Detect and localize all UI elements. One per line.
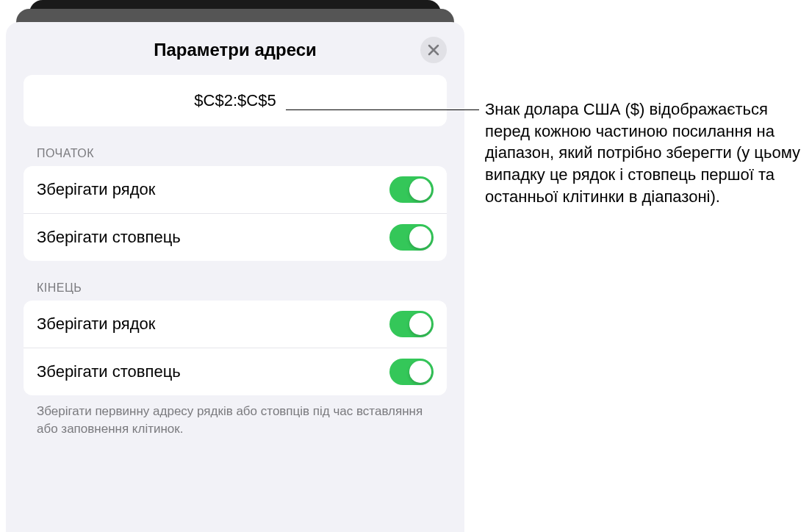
end-settings-group: Зберігати рядок Зберігати стовпець <box>24 301 447 395</box>
toggle-knob <box>409 313 431 335</box>
start-preserve-column: Зберігати стовпець <box>24 214 447 261</box>
toggle-knob <box>409 226 431 248</box>
close-button[interactable] <box>420 37 447 63</box>
start-settings-group: Зберігати рядок Зберігати стовпець <box>24 166 447 261</box>
close-icon <box>428 44 439 56</box>
footer-description: Зберігати первинну адресу рядків або сто… <box>24 403 447 438</box>
end-preserve-column: Зберігати стовпець <box>24 348 447 395</box>
toggle-knob <box>409 179 431 201</box>
end-preserve-column-label: Зберігати стовпець <box>37 362 181 381</box>
range-display[interactable]: $C$2:$C$5 <box>24 75 447 126</box>
end-section-label: КІНЕЦЬ <box>24 281 447 295</box>
address-settings-panel: Параметри адреси $C$2:$C$5 ПОЧАТОК Збері… <box>6 22 464 532</box>
end-preserve-row-label: Зберігати рядок <box>37 314 155 334</box>
panel-header: Параметри адреси <box>24 40 447 60</box>
start-preserve-row-toggle[interactable] <box>389 176 434 203</box>
end-preserve-column-toggle[interactable] <box>389 359 434 385</box>
callout-leader-line <box>286 109 479 110</box>
start-preserve-row-label: Зберігати рядок <box>37 180 155 199</box>
range-value: $C$2:$C$5 <box>194 91 276 109</box>
toggle-knob <box>409 361 431 383</box>
start-preserve-column-toggle[interactable] <box>389 224 434 251</box>
start-preserve-row: Зберігати рядок <box>24 166 447 214</box>
end-preserve-row-toggle[interactable] <box>389 311 434 337</box>
callout-annotation: Знак долара США ($) відображається перед… <box>485 98 805 207</box>
panel-title: Параметри адреси <box>154 40 317 60</box>
start-preserve-column-label: Зберігати стовпець <box>37 228 181 247</box>
end-preserve-row: Зберігати рядок <box>24 301 447 348</box>
start-section-label: ПОЧАТОК <box>24 147 447 160</box>
